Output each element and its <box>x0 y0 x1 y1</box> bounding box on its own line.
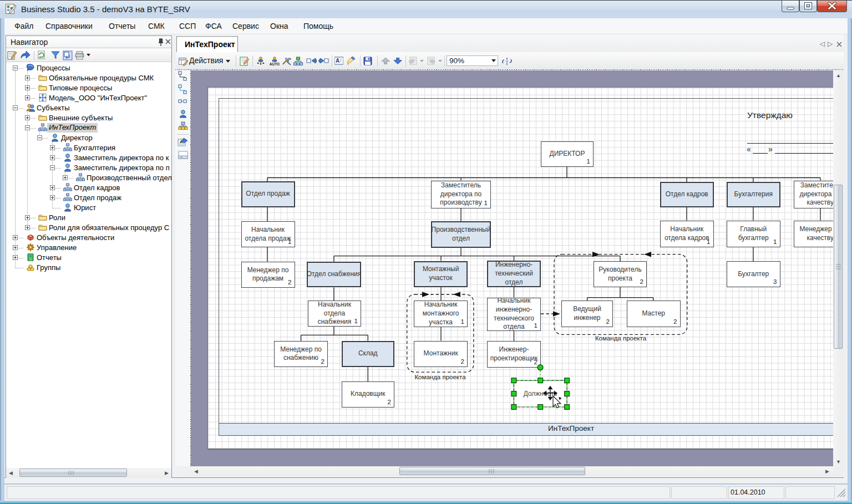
svg-text:Должность: Должность <box>524 390 557 398</box>
svg-text:AUTO: AUTO <box>270 62 280 66</box>
svg-text:A: A <box>336 58 339 64</box>
